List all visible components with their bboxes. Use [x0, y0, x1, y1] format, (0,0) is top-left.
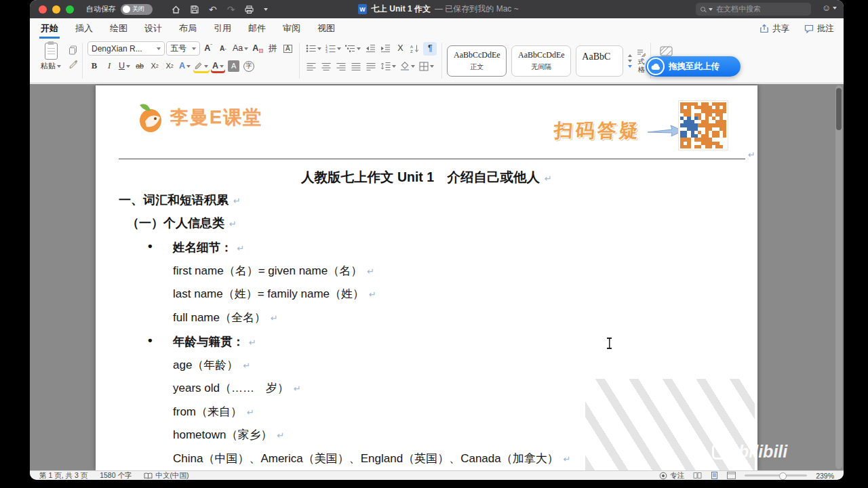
web-layout-icon[interactable] — [727, 472, 736, 479]
line-spacing-button[interactable] — [379, 60, 397, 73]
home-icon[interactable] — [172, 5, 180, 14]
comments-button[interactable]: 批注 — [804, 23, 834, 35]
tab-view[interactable]: 视图 — [316, 18, 336, 39]
doc-line[interactable]: 姓名细节： — [173, 239, 244, 256]
zoom-window-button[interactable] — [66, 5, 74, 14]
doc-line[interactable]: first name（名）= given name（名） — [173, 263, 374, 279]
print-icon[interactable] — [245, 5, 254, 14]
svg-text:Z: Z — [410, 49, 413, 53]
font-color-button[interactable]: A — [211, 60, 225, 73]
proofing-book-icon — [144, 472, 153, 479]
autosave-toggle[interactable]: 关闭 — [121, 4, 153, 15]
page-indicator[interactable]: 第 1 页, 共 3 页 — [39, 471, 87, 481]
tab-mailings[interactable]: 邮件 — [247, 18, 267, 39]
tab-design[interactable]: 设计 — [143, 18, 163, 39]
gallery-up-icon[interactable] — [628, 54, 632, 57]
feedback-button[interactable]: ☺ — [822, 3, 837, 13]
close-window-button[interactable] — [39, 5, 47, 14]
tab-layout[interactable]: 布局 — [178, 18, 198, 39]
align-left-button[interactable] — [304, 60, 318, 73]
tab-insert[interactable]: 插入 — [74, 18, 94, 39]
strikethrough-button[interactable]: ab — [133, 60, 146, 73]
style-sample: AaBbCcDdEe — [454, 50, 500, 60]
sensitivity-icon[interactable] — [660, 45, 673, 57]
bullets-button[interactable] — [304, 42, 323, 56]
numbering-button[interactable]: 123 — [324, 42, 342, 56]
doc-line[interactable]: 年龄与籍贯： — [173, 333, 256, 350]
doc-title-line[interactable]: 人教版七上作文 Unit 1 介绍自己或他人 — [96, 168, 757, 186]
document-page[interactable]: 李曼E课堂 扫码答疑 人教版七上作文 Unit 1 介绍自己或他人 一、词汇和短… — [96, 85, 757, 470]
tab-draw[interactable]: 绘图 — [108, 18, 129, 39]
doc-line[interactable]: from（来自） — [173, 404, 254, 420]
paste-button[interactable]: 粘贴 — [37, 41, 65, 71]
zoom-slider[interactable] — [745, 474, 807, 476]
zoom-level[interactable]: 239% — [816, 472, 834, 480]
copy-icon[interactable] — [68, 45, 77, 55]
italic-button[interactable]: I — [102, 60, 116, 73]
scrollbar-thumb[interactable] — [836, 88, 842, 130]
tab-home[interactable]: 开始 — [39, 18, 60, 39]
show-formatting-marks-button[interactable]: ¶ — [423, 42, 437, 56]
tab-references[interactable]: 引用 — [212, 18, 233, 39]
comment-icon — [804, 24, 814, 33]
enclose-characters-button[interactable]: 字 — [242, 60, 256, 73]
asian-layout-button[interactable]: X — [393, 42, 407, 56]
align-right-button[interactable] — [334, 60, 348, 73]
sort-button[interactable]: AZ — [408, 42, 422, 56]
decrease-indent-button[interactable] — [363, 42, 377, 56]
text-effects-button[interactable]: A — [178, 60, 192, 73]
scrollbar-track[interactable] — [835, 85, 842, 469]
character-border-button[interactable]: A — [281, 42, 294, 56]
redo-icon[interactable]: ↷ — [227, 4, 235, 15]
font-name-combo[interactable]: DengXian R... — [87, 41, 165, 56]
doc-line[interactable]: （一）个人信息类 — [127, 215, 237, 231]
read-mode-icon[interactable] — [693, 472, 702, 479]
undo-icon[interactable]: ↶ — [209, 4, 217, 15]
borders-button[interactable] — [418, 60, 435, 73]
style-card-normal[interactable]: AaBbCcDdEe 正文 — [447, 45, 507, 77]
search-input[interactable]: 在文档中搜索 — [696, 3, 811, 16]
style-card-no-spacing[interactable]: AaBbCcDdEe 无间隔 — [511, 45, 571, 77]
style-card-heading[interactable]: AaBbC — [576, 45, 623, 77]
clear-formatting-button[interactable]: A — [251, 42, 264, 56]
character-shading-button[interactable]: A — [226, 60, 241, 73]
shrink-font-button[interactable]: Aˇ — [216, 42, 230, 56]
distribute-text-button[interactable] — [364, 60, 378, 73]
subscript-button[interactable]: X2 — [148, 60, 161, 73]
align-center-button[interactable] — [319, 60, 333, 73]
phonetic-guide-button[interactable]: 拼 — [266, 42, 279, 56]
doc-line[interactable]: 一、词汇和短语积累 — [119, 192, 241, 208]
doc-line[interactable]: hometown（家乡） — [173, 427, 284, 443]
customize-toolbar-chevron-icon[interactable] — [264, 8, 268, 11]
bold-button[interactable]: B — [87, 60, 101, 73]
paste-label: 粘贴 — [41, 61, 56, 71]
proofing-status[interactable]: 中文(中国) — [144, 471, 189, 481]
gallery-expand-icon[interactable] — [628, 65, 632, 68]
font-size-combo[interactable]: 五号 — [166, 41, 200, 56]
gallery-down-icon[interactable] — [628, 60, 632, 62]
styles-pane-button[interactable]: 式 格 — [637, 49, 646, 73]
doc-line[interactable]: China（中国）、America（美国）、England（英国）、Canada… — [173, 451, 571, 466]
doc-line[interactable]: full name（全名） — [173, 310, 278, 325]
doc-line[interactable]: age（年龄） — [173, 357, 250, 373]
format-painter-icon[interactable] — [68, 60, 77, 69]
share-button[interactable]: 共享 — [760, 23, 789, 35]
print-layout-icon[interactable] — [711, 472, 718, 479]
justify-button[interactable] — [349, 60, 363, 73]
save-icon[interactable] — [191, 5, 199, 14]
underline-button[interactable]: U — [117, 60, 132, 73]
upload-overlay-button[interactable]: 拖拽至此上传 — [646, 56, 741, 77]
doc-line[interactable]: last name（姓）= family name（姓） — [173, 286, 376, 302]
doc-line[interactable]: years old（…… 岁） — [173, 380, 301, 396]
highlight-color-button[interactable] — [193, 60, 210, 73]
change-case-button[interactable]: Aa — [231, 42, 250, 56]
minimize-window-button[interactable] — [52, 5, 60, 14]
focus-mode-button[interactable]: 专注 — [659, 471, 684, 481]
word-count[interactable]: 1580 个字 — [100, 471, 132, 481]
superscript-button[interactable]: X2 — [163, 60, 176, 73]
tab-review[interactable]: 审阅 — [281, 18, 302, 39]
shading-button[interactable] — [399, 60, 416, 73]
grow-font-button[interactable]: Aˆ — [201, 42, 215, 56]
multilevel-list-button[interactable] — [344, 42, 362, 56]
increase-indent-button[interactable] — [378, 42, 392, 56]
